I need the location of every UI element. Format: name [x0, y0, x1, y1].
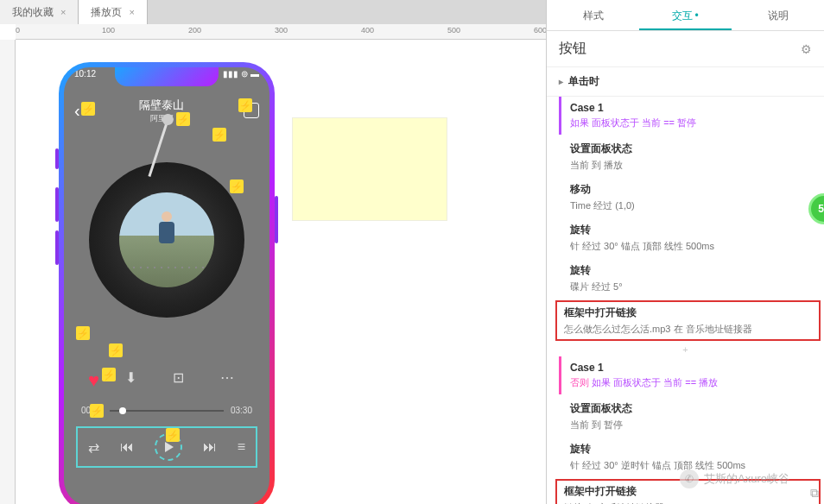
- panel-heading: 按钮 ⚙: [547, 31, 824, 67]
- lightning-icon[interactable]: ⚡: [81, 102, 95, 116]
- tab-style[interactable]: 样式: [547, 0, 639, 30]
- heart-icon[interactable]: ♥: [88, 369, 99, 392]
- case-title: Case 1: [570, 102, 815, 114]
- lightning-icon[interactable]: ⚡: [212, 128, 226, 142]
- widget-type: 按钮: [559, 40, 586, 58]
- lightning-icon[interactable]: ⚡: [90, 404, 104, 418]
- tab-interactions[interactable]: 交互: [639, 0, 732, 30]
- settings-icon[interactable]: ⚙: [801, 42, 812, 56]
- back-icon[interactable]: ‹: [74, 101, 80, 121]
- lightning-icon[interactable]: ⚡: [238, 98, 252, 112]
- phone-frame[interactable]: 10:12 ▮▮▮ ⊚ ▬ ‹ 隔壁泰山阿里郎 ♥ ⬇: [59, 62, 275, 504]
- highlighted-action[interactable]: 框架中打开链接 怎么做怎么过怎么活.mp3 在 音乐地址链接器: [555, 300, 821, 341]
- case-condition: 如果 面板状态于 当前 == 暂停: [570, 117, 815, 129]
- tab-play-page[interactable]: 播放页×: [79, 0, 147, 24]
- tab-favorites[interactable]: 我的收藏×: [0, 0, 79, 24]
- action-set-panel-state[interactable]: 设置面板状态当前 到 暂停: [559, 396, 824, 437]
- inspector-panel: 样式 交互 说明 按钮 ⚙ 单击时 Case 1 如果 面板状态于 当前 == …: [546, 0, 824, 504]
- phone-notch: [115, 67, 219, 86]
- panel-tabs: 样式 交互 说明: [547, 0, 824, 31]
- progress-thumb[interactable]: [119, 407, 126, 414]
- lightning-icon[interactable]: ⚡: [166, 428, 180, 442]
- lightning-icon[interactable]: ⚡: [102, 368, 116, 381]
- case-title: Case 1: [570, 362, 815, 374]
- action-row: ⬇ ⊡ ⋯: [107, 369, 252, 386]
- tab-notes[interactable]: 说明: [732, 0, 824, 30]
- phone-side-button: [55, 230, 59, 265]
- phone-side-button: [55, 148, 59, 169]
- canvas-area: 0100200300400500600 10:12 ▮▮▮ ⊚ ▬ ‹ 隔壁泰山…: [0, 24, 546, 504]
- lightning-icon[interactable]: ⚡: [109, 343, 123, 357]
- lightning-icon[interactable]: ⚡: [176, 112, 190, 126]
- status-signal-icon: ▮▮▮ ⊚ ▬: [223, 69, 259, 86]
- case-block[interactable]: Case 1 否则 如果 面板状态于 当前 == 播放: [559, 356, 824, 394]
- phone-screen: 10:12 ▮▮▮ ⊚ ▬ ‹ 隔壁泰山阿里郎 ♥ ⬇: [64, 67, 269, 504]
- action-open-link: 框架中打开链接: [564, 306, 812, 320]
- ruler-vertical: [0, 40, 16, 504]
- fence-graphic: [119, 267, 214, 268]
- album-art: [119, 192, 214, 287]
- phone-side-button: [275, 196, 278, 243]
- close-icon[interactable]: ×: [129, 7, 134, 17]
- phone-side-button: [55, 187, 59, 222]
- next-icon[interactable]: ⏭: [203, 439, 217, 455]
- close-icon[interactable]: ×: [60, 7, 66, 17]
- playlist-icon[interactable]: ≡: [238, 439, 245, 455]
- sticky-note[interactable]: [292, 117, 447, 221]
- progress-row: 00:00 03:30: [81, 406, 252, 415]
- comment-icon[interactable]: ⊡: [173, 369, 184, 386]
- action-set-panel-state[interactable]: 设置面板状态当前 到 播放: [559, 136, 824, 177]
- wechat-icon: ✆: [680, 469, 699, 488]
- event-onclick[interactable]: 单击时: [547, 67, 824, 97]
- copy-icon[interactable]: ⧉: [810, 486, 819, 501]
- case-block[interactable]: Case 1 如果 面板状态于 当前 == 暂停: [559, 97, 824, 135]
- action-rotate[interactable]: 旋转碟片 经过 5°: [559, 258, 824, 299]
- action-move[interactable]: 移动Time 经过 (1,0): [559, 177, 824, 217]
- action-rotate[interactable]: 旋转针 经过 30° 锚点 顶部 线性 500ms: [559, 217, 824, 258]
- download-icon[interactable]: ⬇: [125, 369, 136, 386]
- prev-icon[interactable]: ⏮: [120, 439, 134, 455]
- time-total: 03:30: [231, 406, 252, 415]
- record-disc[interactable]: [89, 162, 244, 318]
- more-icon[interactable]: ⋯: [220, 369, 234, 386]
- status-time: 10:12: [74, 69, 96, 86]
- watermark: ✆ 艾斯的Axure峡谷: [680, 469, 789, 488]
- design-stage[interactable]: 10:12 ▮▮▮ ⊚ ▬ ‹ 隔壁泰山阿里郎 ♥ ⬇: [16, 40, 546, 504]
- lightning-icon[interactable]: ⚡: [230, 180, 244, 193]
- shuffle-icon[interactable]: ⇄: [88, 439, 99, 456]
- ruler-horizontal: 0100200300400500600: [16, 24, 546, 40]
- lightning-icon[interactable]: ⚡: [76, 326, 90, 340]
- add-action-icon[interactable]: +: [547, 343, 824, 356]
- person-graphic: [159, 211, 174, 250]
- progress-bar[interactable]: [110, 410, 224, 412]
- case-condition: 否则 如果 面板状态于 当前 == 播放: [570, 376, 815, 389]
